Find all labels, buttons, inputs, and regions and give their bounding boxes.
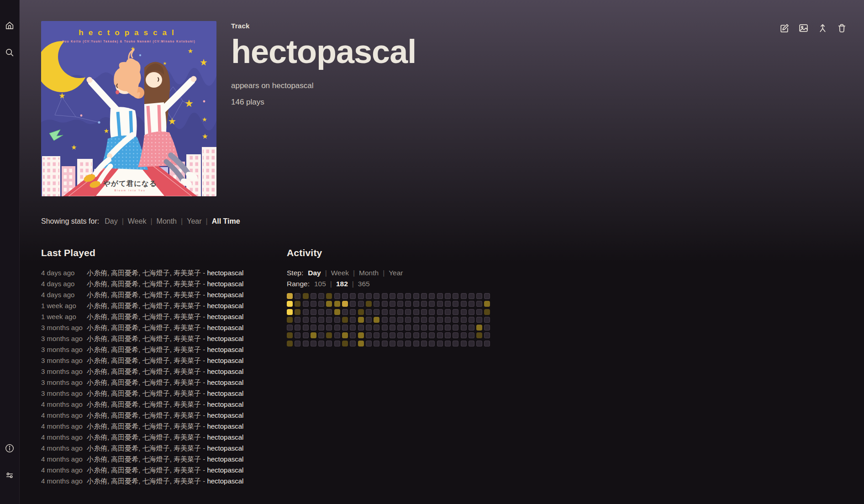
activity-cell[interactable] <box>413 341 419 346</box>
artist-link[interactable]: 寿美菜子 <box>174 335 201 342</box>
activity-cell[interactable] <box>413 309 419 315</box>
activity-cell[interactable] <box>390 325 395 331</box>
activity-cell[interactable] <box>350 301 356 307</box>
activity-cell[interactable] <box>437 301 443 307</box>
artist-link[interactable]: 寿美菜子 <box>174 324 201 331</box>
activity-cell[interactable] <box>484 293 490 299</box>
track-link[interactable]: hectopascal <box>207 357 243 364</box>
activity-cell[interactable] <box>382 341 388 346</box>
activity-cell[interactable] <box>413 317 419 323</box>
home-icon[interactable] <box>5 21 15 31</box>
activity-cell[interactable] <box>453 317 458 323</box>
activity-cell[interactable] <box>390 332 395 338</box>
activity-cell[interactable] <box>287 301 293 307</box>
artist-link[interactable]: 七海燈子 <box>142 400 170 408</box>
option-365[interactable]: 365 <box>358 280 370 288</box>
activity-cell[interactable] <box>374 341 379 346</box>
artist-link[interactable]: 七海燈子 <box>142 411 170 419</box>
artist-link[interactable]: 小糸侑 <box>87 335 107 342</box>
activity-cell[interactable] <box>382 309 388 315</box>
activity-cell[interactable] <box>287 332 293 338</box>
activity-cell[interactable] <box>374 309 379 315</box>
artist-link[interactable]: 小糸侑 <box>87 357 107 364</box>
artist-link[interactable]: 小糸侑 <box>87 291 107 299</box>
activity-cell[interactable] <box>350 325 356 331</box>
activity-cell[interactable] <box>350 317 356 323</box>
artist-link[interactable]: 七海燈子 <box>142 280 170 288</box>
activity-cell[interactable] <box>358 332 364 338</box>
activity-cell[interactable] <box>295 341 300 346</box>
track-link[interactable]: hectopascal <box>207 389 243 397</box>
activity-cell[interactable] <box>437 341 443 346</box>
option-week[interactable]: Week <box>331 269 349 277</box>
activity-cell[interactable] <box>390 317 395 323</box>
album-art[interactable]: hectopascal Yuu Koito (CV:Yuuki Takada) … <box>41 21 216 196</box>
artist-link[interactable]: 高田憂希 <box>111 368 138 375</box>
activity-cell[interactable] <box>342 309 348 315</box>
artist-link[interactable]: 七海燈子 <box>142 444 170 452</box>
search-icon[interactable] <box>5 47 15 58</box>
track-link[interactable]: hectopascal <box>207 433 243 441</box>
activity-cell[interactable] <box>429 309 435 315</box>
artist-link[interactable]: 寿美菜子 <box>174 357 201 364</box>
activity-cell[interactable] <box>469 325 474 331</box>
activity-cell[interactable] <box>334 309 340 315</box>
activity-cell[interactable] <box>366 293 372 299</box>
artist-link[interactable]: 高田憂希 <box>111 313 138 320</box>
artist-link[interactable]: 小糸侑 <box>87 368 107 375</box>
activity-cell[interactable] <box>326 301 332 307</box>
artist-link[interactable]: 七海燈子 <box>142 302 170 310</box>
activity-cell[interactable] <box>287 341 293 346</box>
activity-cell[interactable] <box>453 301 458 307</box>
track-link[interactable]: hectopascal <box>207 378 243 386</box>
activity-cell[interactable] <box>366 325 372 331</box>
activity-cell[interactable] <box>382 293 388 299</box>
activity-cell[interactable] <box>445 309 451 315</box>
artist-link[interactable]: 小糸侑 <box>87 269 107 277</box>
artist-link[interactable]: 小糸侑 <box>87 302 107 310</box>
artist-link[interactable]: 小糸侑 <box>87 346 107 353</box>
activity-cell[interactable] <box>390 309 395 315</box>
activity-cell[interactable] <box>453 325 458 331</box>
activity-cell[interactable] <box>311 309 316 315</box>
activity-cell[interactable] <box>326 317 332 323</box>
activity-cell[interactable] <box>484 325 490 331</box>
artist-link[interactable]: 七海燈子 <box>142 466 170 474</box>
artist-link[interactable]: 高田憂希 <box>111 280 138 288</box>
activity-cell[interactable] <box>311 325 316 331</box>
activity-cell[interactable] <box>484 309 490 315</box>
activity-cell[interactable] <box>469 309 474 315</box>
activity-cell[interactable] <box>476 325 482 331</box>
track-link[interactable]: hectopascal <box>207 324 243 331</box>
activity-cell[interactable] <box>334 341 340 346</box>
activity-cell[interactable] <box>366 317 372 323</box>
activity-cell[interactable] <box>453 332 458 338</box>
artist-link[interactable]: 高田憂希 <box>111 302 138 310</box>
artist-link[interactable]: 高田憂希 <box>111 422 138 430</box>
activity-cell[interactable] <box>476 309 482 315</box>
activity-cell[interactable] <box>326 325 332 331</box>
activity-cell[interactable] <box>350 309 356 315</box>
activity-cell[interactable] <box>461 293 467 299</box>
artist-link[interactable]: 小糸侑 <box>87 378 107 386</box>
activity-cell[interactable] <box>390 341 395 346</box>
activity-cell[interactable] <box>405 301 411 307</box>
activity-cell[interactable] <box>318 309 324 315</box>
artist-link[interactable]: 七海燈子 <box>142 291 170 299</box>
activity-cell[interactable] <box>350 332 356 338</box>
artist-link[interactable]: 高田憂希 <box>111 335 138 342</box>
activity-cell[interactable] <box>318 301 324 307</box>
track-link[interactable]: hectopascal <box>207 444 243 452</box>
activity-cell[interactable] <box>342 332 348 338</box>
activity-cell[interactable] <box>295 332 300 338</box>
activity-cell[interactable] <box>469 317 474 323</box>
activity-cell[interactable] <box>421 301 427 307</box>
artist-link[interactable]: 高田憂希 <box>111 357 138 364</box>
activity-cell[interactable] <box>374 332 379 338</box>
activity-cell[interactable] <box>397 301 403 307</box>
option-105[interactable]: 105 <box>314 280 326 288</box>
activity-cell[interactable] <box>405 309 411 315</box>
activity-cell[interactable] <box>318 325 324 331</box>
album-link[interactable]: hectopascal <box>272 81 314 90</box>
activity-cell[interactable] <box>303 309 309 315</box>
